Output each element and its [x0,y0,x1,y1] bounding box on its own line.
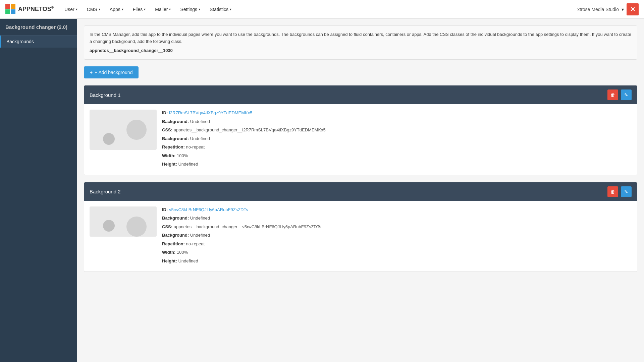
app-layout: Background changer (2.0) Backgrounds In … [0,19,644,362]
bg1-height-row: Height: Undefined [162,161,632,168]
svg-rect-1 [11,4,15,9]
delete-background-2-button[interactable]: 🗑 [607,186,618,197]
bg2-bg-label: Background: [162,216,189,221]
bg1-rep-value: no-repeat [186,144,205,149]
nav-label-apps: Apps [110,7,120,12]
nav-label-settings: Settings [180,7,197,12]
background-1-actions: 🗑 ✎ [607,89,632,100]
bg1-css-label: CSS: [162,127,172,132]
bg1-id-label: ID: [162,110,168,115]
bg2-width-value: 100% [177,250,188,255]
bg2-bg-row: Background: Undefined [162,215,632,222]
bg2-width-label: Width: [162,250,175,255]
bg2-rep-row: Repetition: no-repeat [162,241,632,247]
studio-caret[interactable]: ▾ [622,7,624,12]
bg2-height-row: Height: Undefined [162,258,632,264]
nav-link-mailer[interactable]: Mailer ▾ [151,5,175,14]
background-1-title: Background 1 [90,92,121,98]
trash-icon: 🗑 [610,92,615,98]
bg2-css-label: CSS: [162,224,172,229]
bg1-rep-label: Repetition: [162,144,185,149]
nav-item-statistics[interactable]: Statistics ▾ [206,5,235,14]
add-background-button[interactable]: + + Add background [84,66,139,78]
brand-name: APPNETOS® [18,6,54,13]
bg1-rep-row: Repetition: no-repeat [162,144,632,150]
nav-caret-files: ▾ [144,7,146,11]
bg2-height-label: Height: [162,258,177,263]
bg1-bg-label: Background: [162,119,189,124]
bg2-width-row: Width: 100% [162,249,632,256]
nav-link-cms[interactable]: CMS ▾ [83,5,104,14]
nav-item-settings[interactable]: Settings ▾ [176,5,204,14]
nav-caret-apps: ▾ [122,7,123,11]
sidebar-title: Background changer (2.0) [0,19,77,36]
bg2-bg-value: Undefined [190,216,210,221]
nav-link-user[interactable]: User ▾ [60,5,82,14]
bg1-bg-value: Undefined [190,119,210,124]
nav-label-mailer: Mailer [155,7,168,12]
background-2-details: ID: v5rwC8kLBrNF6QJLly6pARubF9ZsZDTs Bac… [162,206,632,266]
nav-item-cms[interactable]: CMS ▾ [83,5,104,14]
nav-label-user: User [64,7,74,12]
bg1-bg2-row: Background: Undefined [162,135,632,142]
bg2-css-row: CSS: appnetos__background_changer__v5rwC… [162,224,632,230]
bg1-height-label: Height: [162,162,177,167]
background-card-2: Background 2 🗑 ✎ ID: v5rwC8kLBrNF6QJLly6… [84,182,637,272]
background-2-title: Background 2 [90,189,121,194]
background-2-body: ID: v5rwC8kLBrNF6QJLly6pARubF9ZsZDTs Bac… [84,201,637,272]
edit-background-1-button[interactable]: ✎ [621,89,632,100]
bg2-bg2-row: Background: Undefined [162,232,632,239]
nav-item-user[interactable]: User ▾ [60,5,82,14]
edit-background-2-button[interactable]: ✎ [621,186,632,197]
info-box: In the CMS Manager, add this app to the … [84,25,637,60]
bg1-width-value: 100% [177,153,188,158]
add-background-label: + Add background [95,70,132,75]
nav-caret-mailer: ▾ [169,7,171,11]
nav-caret-user: ▾ [76,7,77,11]
bg2-rep-value: no-repeat [186,241,205,246]
sidebar-item-backgrounds[interactable]: Backgrounds [0,36,77,48]
nav-caret-settings: ▾ [199,7,200,11]
bg2-height-value: Undefined [178,258,198,263]
brand-reg: ® [51,6,54,9]
nav-link-apps[interactable]: Apps ▾ [106,5,127,14]
nav-label-statistics: Statistics [210,7,228,12]
delete-background-1-button[interactable]: 🗑 [607,89,618,100]
bg1-id-value: l2R7RmSL7BVqa4tlXBgz9YTdEDMEMKx5 [169,110,253,115]
nav-link-files[interactable]: Files ▾ [129,5,150,14]
bg1-bg2-label: Background: [162,136,189,141]
background-1-body: ID: l2R7RmSL7BVqa4tlXBgz9YTdEDMEMKx5 Bac… [84,104,637,175]
bg2-id-row: ID: v5rwC8kLBrNF6QJLly6pARubF9ZsZDTs [162,206,632,213]
nav-item-mailer[interactable]: Mailer ▾ [151,5,175,14]
navbar: APPNETOS® User ▾ CMS ▾ Apps ▾ Files ▾ [0,0,644,19]
appnetos-logo-icon [5,4,16,15]
nav-item-files[interactable]: Files ▾ [129,5,150,14]
edit-icon-2: ✎ [624,189,628,194]
sidebar-item-label-backgrounds: Backgrounds [6,39,34,44]
trash-icon-2: 🗑 [610,189,615,194]
bg1-id-row: ID: l2R7RmSL7BVqa4tlXBgz9YTdEDMEMKx5 [162,110,632,116]
svg-rect-2 [5,9,10,14]
background-2-preview [90,206,157,237]
nav-item-apps[interactable]: Apps ▾ [106,5,127,14]
background-card-2-header: Background 2 🗑 ✎ [84,182,637,201]
nav-link-settings[interactable]: Settings ▾ [176,5,204,14]
plus-icon: + [90,70,93,75]
bg2-id-label: ID: [162,207,168,212]
close-button[interactable]: ✕ [627,3,639,15]
main-content: In the CMS Manager, add this app to the … [77,19,644,362]
bg2-bg2-label: Background: [162,233,189,238]
edit-icon: ✎ [624,92,628,98]
bg2-id-value: v5rwC8kLBrNF6QJLly6pARubF9ZsZDTs [169,207,248,212]
background-1-preview [90,110,157,150]
bg1-width-label: Width: [162,153,175,158]
svg-rect-3 [11,9,15,14]
bg2-rep-label: Repetition: [162,241,185,246]
info-css-class: appnetos__background_changer__1030 [90,47,632,54]
nav-label-files: Files [133,7,143,12]
nav-link-statistics[interactable]: Statistics ▾ [206,5,235,14]
background-1-details: ID: l2R7RmSL7BVqa4tlXBgz9YTdEDMEMKx5 Bac… [162,110,632,170]
brand-logo[interactable]: APPNETOS® [5,4,54,15]
nav-label-cms: CMS [87,7,97,12]
navbar-right: xtrose Media Studio ▾ ✕ [577,3,639,15]
